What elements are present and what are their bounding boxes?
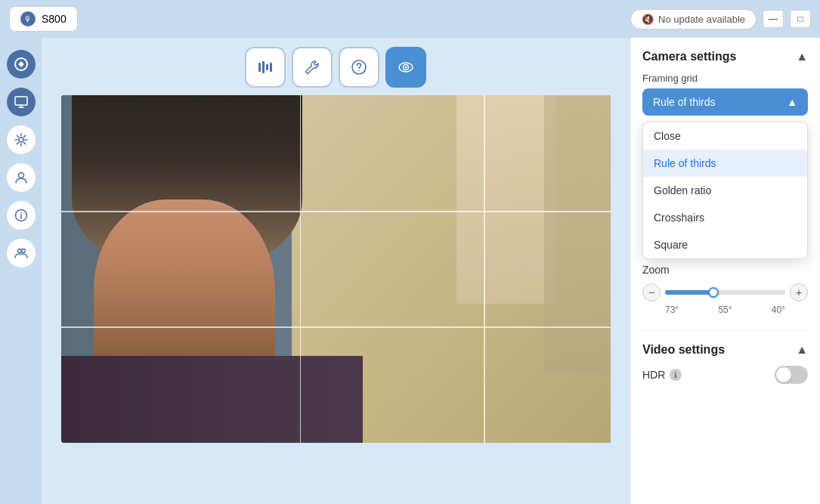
title-bar-right: 🔇 No update available — □	[630, 9, 811, 29]
section-divider	[642, 330, 808, 331]
maximize-button[interactable]: □	[790, 10, 811, 28]
dropdown-selected[interactable]: Rule of thirds ▲	[642, 88, 808, 116]
svg-point-5	[20, 212, 22, 214]
zoom-slider-container: − + 73° 55° 40°	[642, 283, 808, 315]
camera-settings-header: Camera settings ▲	[642, 50, 808, 63]
dropdown-option-golden-ratio[interactable]: Golden ratio	[643, 177, 807, 204]
sidebar-item-monitor[interactable]	[7, 88, 36, 116]
svg-rect-11	[270, 63, 272, 72]
app-title: S800	[42, 13, 67, 25]
zoom-label-40: 40°	[772, 305, 785, 315]
camera-feed	[61, 95, 611, 443]
dropdown-list: Close Rule of thirds Golden ratio Crossh…	[642, 122, 808, 259]
hdr-info-icon[interactable]: ℹ	[670, 369, 682, 381]
minimize-button[interactable]: —	[763, 10, 784, 28]
hdr-label: HDR	[642, 369, 665, 381]
zoom-label-row: Zoom	[642, 264, 808, 276]
update-badge: 🔇 No update available	[630, 9, 757, 29]
video-settings-section: Video settings ▲ HDR ℹ	[642, 343, 808, 384]
camera-settings-title: Camera settings	[642, 50, 737, 63]
svg-rect-1	[15, 97, 27, 105]
right-panel: Camera settings ▲ Framing grid Rule of t…	[630, 38, 820, 504]
title-bar: 🎙 S800 🔇 No update available — □	[0, 0, 820, 38]
wrench-button[interactable]	[292, 47, 333, 88]
hdr-label-row: HDR ℹ	[642, 369, 682, 381]
svg-point-16	[405, 66, 407, 69]
chevron-up-icon: ▲	[787, 96, 797, 108]
help-button[interactable]	[339, 47, 379, 88]
camera-settings-collapse[interactable]: ▲	[796, 50, 808, 63]
zoom-slider-fill	[665, 290, 713, 295]
zoom-increase-button[interactable]: +	[790, 283, 808, 301]
sidebar-item-logo[interactable]	[7, 50, 36, 79]
video-settings-title: Video settings	[642, 343, 725, 357]
svg-point-3	[18, 173, 23, 178]
zoom-label: Zoom	[642, 264, 670, 276]
video-settings-collapse[interactable]: ▲	[796, 343, 808, 357]
camera-area	[42, 38, 630, 504]
zoom-slider-thumb[interactable]	[708, 287, 719, 298]
svg-rect-10	[266, 64, 268, 70]
dropdown-option-crosshairs[interactable]: Crosshairs	[643, 204, 807, 231]
sidebar-item-info[interactable]	[7, 201, 36, 230]
sidebar-item-person[interactable]	[7, 163, 36, 192]
dropdown-option-rule-of-thirds[interactable]: Rule of thirds	[643, 150, 807, 177]
video-settings-header: Video settings ▲	[642, 343, 808, 357]
svg-rect-8	[258, 63, 261, 72]
app-icon: 🎙	[20, 11, 36, 26]
title-bar-left: 🎙 S800	[9, 6, 78, 32]
camera-settings-section: Camera settings ▲ Framing grid Rule of t…	[642, 50, 808, 315]
view-button[interactable]	[385, 47, 426, 88]
selected-value: Rule of thirds	[653, 96, 715, 108]
dropdown-option-square[interactable]: Square	[643, 231, 807, 258]
update-text: No update available	[658, 14, 745, 25]
svg-point-7	[21, 249, 25, 253]
zoom-decrease-button[interactable]: −	[642, 283, 661, 301]
zoom-slider-track[interactable]	[665, 290, 785, 295]
hdr-toggle-knob	[776, 367, 791, 382]
framing-grid-label: Framing grid	[642, 73, 808, 84]
svg-rect-9	[262, 61, 265, 73]
app-button[interactable]: 🎙 S800	[9, 6, 78, 32]
zoom-label-55: 55°	[718, 305, 732, 315]
zoom-labels-row: 73° 55° 40°	[642, 305, 808, 315]
audio-button[interactable]	[245, 47, 286, 88]
sidebar-item-settings[interactable]	[7, 125, 36, 154]
svg-point-2	[19, 138, 23, 142]
main-content: Camera settings ▲ Framing grid Rule of t…	[0, 38, 820, 504]
speaker-icon: 🔇	[642, 14, 654, 25]
hdr-toggle[interactable]	[775, 366, 808, 384]
toolbar	[245, 47, 426, 88]
sidebar-item-account[interactable]	[7, 239, 36, 267]
svg-point-13	[358, 70, 360, 72]
zoom-label-73: 73°	[665, 305, 679, 315]
left-sidebar	[0, 38, 42, 504]
framing-grid-dropdown[interactable]: Rule of thirds ▲ Close Rule of thirds Go…	[642, 88, 808, 116]
hdr-row: HDR ℹ	[642, 366, 808, 384]
zoom-slider-row: − +	[642, 283, 808, 301]
dropdown-option-close[interactable]: Close	[643, 122, 807, 150]
